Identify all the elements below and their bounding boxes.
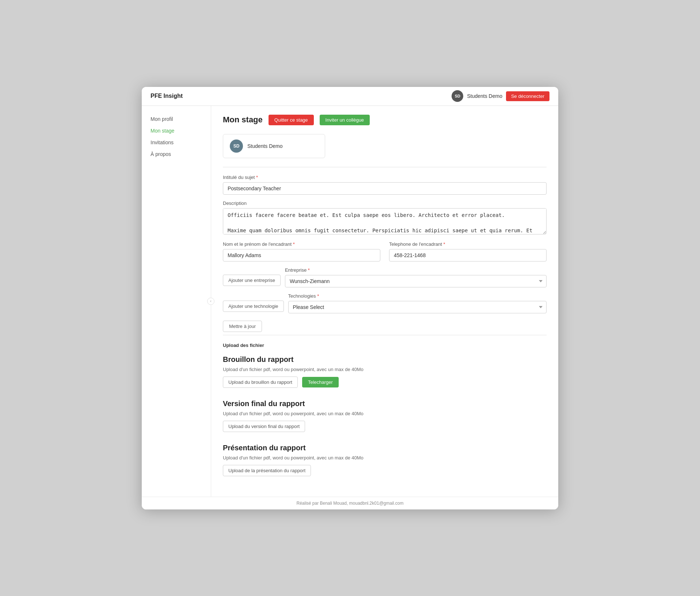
supervisor-name-input[interactable] — [223, 249, 380, 261]
supervisor-name-col: Nom et le prénom de l'encadrant * — [223, 241, 380, 261]
upload-brouillon-button[interactable]: Upload du brouillon du rapport — [223, 377, 298, 388]
update-button[interactable]: Mettre à jour — [223, 321, 262, 332]
logout-button[interactable]: Se déconnecter — [506, 91, 549, 101]
upload-presentation-title: Présentation du rapport — [223, 444, 547, 452]
subject-input[interactable] — [223, 182, 547, 195]
upload-version-final-button[interactable]: Upload du version final du rapport — [223, 421, 305, 432]
header-right: SD Students Demo Se déconnecter — [452, 90, 549, 102]
header-username: Students Demo — [467, 93, 502, 99]
upload-brouillon-row: Upload du brouillon du rapport Telecharg… — [223, 377, 547, 388]
company-label: Entreprise * — [285, 267, 547, 273]
member-name: Students Demo — [247, 143, 283, 149]
member-avatar: SD — [230, 140, 243, 153]
subject-field-group: Intitulé du sujet * — [223, 175, 547, 195]
upload-block-brouillon: Brouillon du rapport Upload d'un fichier… — [223, 355, 547, 388]
upload-version-final-row: Upload du version final du rapport — [223, 421, 547, 432]
sidebar-item-invitations[interactable]: Invitations — [142, 137, 211, 148]
supervisor-row: Nom et le prénom de l'encadrant * Teleph… — [223, 241, 547, 261]
invite-colleague-button[interactable]: Inviter un collègue — [320, 115, 370, 125]
sidebar-item-a-propos[interactable]: À propos — [142, 148, 211, 160]
upload-brouillon-hint: Upload d'un fichier pdf, word ou powerpo… — [223, 367, 547, 372]
main-layout: Mon profil Mon stage Invitations À propo… — [142, 106, 558, 497]
technologies-label: Technologies * — [288, 293, 547, 299]
sidebar-item-mon-stage[interactable]: Mon stage — [142, 125, 211, 137]
upload-version-final-title: Version final du rapport — [223, 400, 547, 408]
upload-version-final-hint: Upload d'un fichier pdf, word ou powerpo… — [223, 411, 547, 416]
download-brouillon-button[interactable]: Telecharger — [302, 377, 339, 387]
supervisor-phone-label: Telephone de l'encadrant * — [389, 241, 547, 247]
company-select-col: Entreprise * Wunsch-Ziemann — [285, 267, 547, 287]
header: PFE Insight SD Students Demo Se déconnec… — [142, 87, 558, 106]
technologies-select[interactable]: Please Select — [288, 301, 547, 313]
description-textarea[interactable]: Officiis facere facere beatae et. Est cu… — [223, 208, 547, 234]
upload-block-presentation: Présentation du rapport Upload d'un fich… — [223, 444, 547, 476]
app-window: PFE Insight SD Students Demo Se déconnec… — [142, 87, 558, 509]
upload-brouillon-title: Brouillon du rapport — [223, 355, 547, 364]
technologies-row: Ajouter une technologie Technologies * P… — [223, 293, 547, 313]
upload-presentation-button[interactable]: Upload de la présentation du rapport — [223, 465, 311, 476]
upload-presentation-hint: Upload d'un fichier pdf, word ou powerpo… — [223, 455, 547, 461]
supervisor-phone-input[interactable] — [389, 249, 547, 261]
page-header: Mon stage Quitter ce stage Inviter un co… — [223, 115, 547, 125]
supervisor-name-label: Nom et le prénom de l'encadrant * — [223, 241, 380, 247]
app-logo: PFE Insight — [151, 93, 183, 99]
upload-section: Upload des fichier Brouillon du rapport … — [223, 335, 547, 476]
page-title: Mon stage — [223, 115, 263, 125]
stage-form: Intitulé du sujet * Description Officiis… — [223, 167, 547, 332]
supervisor-phone-col: Telephone de l'encadrant * — [389, 241, 547, 261]
description-label: Description — [223, 200, 547, 206]
footer-text: Réalisé par Benali Mouad, mouadbnl.2k01@… — [296, 501, 403, 506]
sidebar: Mon profil Mon stage Invitations À propo… — [142, 106, 211, 497]
add-company-button[interactable]: Ajouter une entreprise — [223, 275, 281, 286]
sidebar-collapse-button[interactable]: ‹ — [207, 298, 214, 305]
upload-block-version-final: Version final du rapport Upload d'un fic… — [223, 400, 547, 432]
main-content: Mon stage Quitter ce stage Inviter un co… — [211, 106, 558, 497]
quit-stage-button[interactable]: Quitter ce stage — [269, 115, 314, 125]
description-field-group: Description Officiis facere facere beata… — [223, 200, 547, 236]
company-select[interactable]: Wunsch-Ziemann — [285, 275, 547, 287]
header-avatar: SD — [452, 90, 463, 102]
upload-presentation-row: Upload de la présentation du rapport — [223, 465, 547, 476]
member-card: SD Students Demo — [223, 134, 325, 158]
subject-label: Intitulé du sujet * — [223, 175, 547, 180]
footer: Réalisé par Benali Mouad, mouadbnl.2k01@… — [142, 497, 558, 509]
sidebar-item-mon-profil[interactable]: Mon profil — [142, 113, 211, 125]
add-technology-button[interactable]: Ajouter une technologie — [223, 301, 284, 312]
company-row: Ajouter une entreprise Entreprise * Wuns… — [223, 267, 547, 287]
technologies-select-col: Technologies * Please Select — [288, 293, 547, 313]
upload-section-title: Upload des fichier — [223, 343, 547, 348]
